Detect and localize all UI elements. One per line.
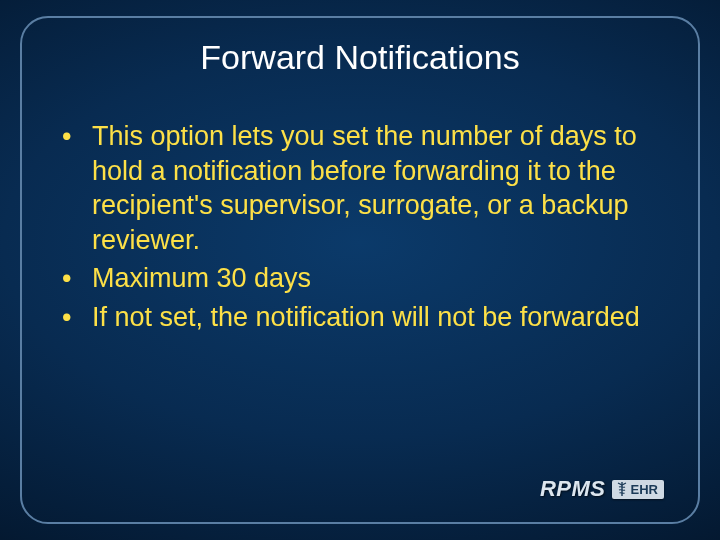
list-item: If not set, the notification will not be…: [52, 300, 668, 335]
slide: Forward Notifications This option lets y…: [0, 0, 720, 540]
caduceus-icon: [616, 482, 628, 496]
list-item: Maximum 30 days: [52, 261, 668, 296]
ehr-badge: EHR: [612, 480, 664, 499]
slide-body: This option lets you set the number of d…: [52, 119, 668, 334]
list-item: This option lets you set the number of d…: [52, 119, 668, 257]
slide-frame: Forward Notifications This option lets y…: [20, 16, 700, 524]
ehr-logo-text: EHR: [631, 482, 658, 497]
footer-logo: RPMS EHR: [540, 476, 664, 502]
slide-title: Forward Notifications: [22, 38, 698, 77]
rpms-logo-text: RPMS: [540, 476, 606, 502]
bullet-list: This option lets you set the number of d…: [52, 119, 668, 334]
